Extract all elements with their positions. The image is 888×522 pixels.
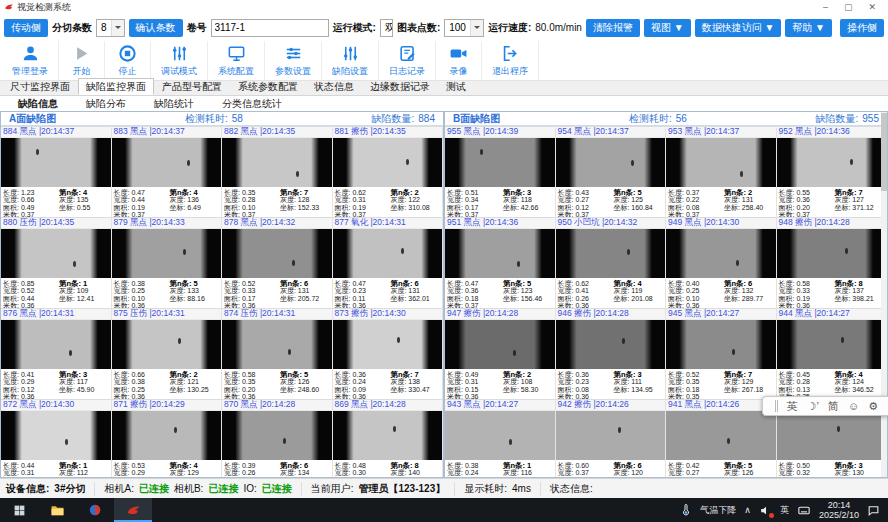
system-config-button[interactable]: 系统配置 [208,41,265,80]
defect-cell[interactable]: 870 黑点 |20:14:28长度: 0.39宽度: 0.26面积: 0.10… [222,399,333,478]
start-button[interactable]: 开始 [59,41,105,80]
defect-thumbnail[interactable] [666,138,776,187]
subtab-0[interactable]: 缺陷信息 [4,97,72,111]
defect-thumbnail[interactable] [333,138,443,187]
tab-0[interactable]: 尺寸监控界面 [2,78,78,95]
scrollbar-thumb[interactable] [881,113,887,191]
login-button[interactable]: 管理登录 [2,41,59,80]
vertical-scrollbar[interactable] [881,112,887,477]
tab-5[interactable]: 边缘数据记录 [362,78,438,95]
tab-2[interactable]: 产品型号配置 [154,78,230,95]
file-explorer-icon[interactable] [38,498,76,522]
slit-count-select[interactable]: 8 [96,19,125,37]
thermometer-icon[interactable] [680,504,692,516]
defect-cell[interactable]: 953 黑点 |20:14:37长度: 0.37宽度: 0.22面积: 0.08… [666,126,777,217]
defect-cell[interactable]: 876 黑点 |20:14:31长度: 0.41宽度: 0.29面积: 0.12… [1,308,112,399]
defect-cell[interactable]: 952 黑点 |20:14:36长度: 0.55宽度: 0.36面积: 0.20… [777,126,888,217]
ime-moon-icon[interactable]: ☽’ [807,400,819,413]
defect-settings-button[interactable]: 缺陷设置 [322,41,379,80]
defect-thumbnail[interactable] [556,138,666,187]
defect-cell[interactable]: 955 黑点 |20:14:39长度: 0.51宽度: 0.34面积: 0.17… [445,126,556,217]
data-access-menu-button[interactable]: 数据快捷访问 ▼ [695,19,782,37]
defect-thumbnail[interactable] [1,320,111,369]
defect-thumbnail[interactable] [777,320,887,369]
log-button[interactable]: 日志记录 [379,41,436,80]
defect-thumbnail[interactable] [333,229,443,278]
stop-button[interactable]: 停止 [105,41,151,80]
defect-thumbnail[interactable] [556,229,666,278]
defect-thumbnail[interactable] [112,320,222,369]
speaker-muted-icon[interactable] [759,504,772,517]
maximize-icon[interactable]: ▢ [844,0,853,14]
defect-thumbnail[interactable] [112,138,222,187]
input-language-indicator[interactable]: 英 [780,504,789,517]
defect-thumbnail[interactable] [777,138,887,187]
defect-thumbnail[interactable] [556,320,666,369]
subtab-1[interactable]: 缺陷分布 [72,97,140,111]
defect-cell[interactable]: 874 压伤 |20:14:31长度: 0.58宽度: 0.35面积: 0.20… [222,308,333,399]
subtab-2[interactable]: 缺陷统计 [140,97,208,111]
record-button[interactable]: 录像 [436,41,482,80]
defect-cell[interactable]: 880 压伤 |20:14:35长度: 0.85宽度: 0.52面积: 0.44… [1,217,112,308]
defect-cell[interactable]: 942 擦伤 |20:14:26长度: 0.60宽度: 0.37面积: 0.22… [556,399,667,478]
defect-cell[interactable]: 879 黑点 |20:14:33长度: 0.38宽度: 0.25面积: 0.10… [112,217,223,308]
defect-thumbnail[interactable] [222,229,332,278]
drive-side-button[interactable]: 传动侧 [4,19,48,37]
param-settings-button[interactable]: 参数设置 [265,41,322,80]
defect-thumbnail[interactable] [445,138,555,187]
taskbar-clock[interactable]: 20:14 2025/2/10 [819,500,859,520]
defect-cell[interactable]: 882 黑点 |20:14:35长度: 0.35宽度: 0.28面积: 0.10… [222,126,333,217]
defect-thumbnail[interactable] [666,229,776,278]
defect-thumbnail[interactable] [112,411,222,460]
defect-cell[interactable]: 949 黑点 |20:14:30长度: 0.40宽度: 0.25面积: 0.10… [666,217,777,308]
ime-drag-handle[interactable] [775,400,778,412]
subtab-3[interactable]: 分类信息统计 [208,97,296,111]
defect-cell[interactable]: 869 黑点 |20:14:28长度: 0.48宽度: 0.30面积: 0.14… [333,399,444,478]
defect-thumbnail[interactable] [222,320,332,369]
minimize-icon[interactable]: – [823,0,828,14]
defect-cell[interactable]: 950 小凹坑 |20:14:32长度: 0.62宽度: 0.41面积: 0.2… [556,217,667,308]
defect-cell[interactable]: 875 压伤 |20:14:31长度: 0.66宽度: 0.38面积: 0.25… [112,308,223,399]
defect-cell[interactable]: 884 黑点 |20:14:37长度: 1.23宽度: 0.66面积: 0.49… [1,126,112,217]
defect-thumbnail[interactable] [666,320,776,369]
defect-cell[interactable]: 951 黑点 |20:14:36长度: 0.47宽度: 0.36面积: 0.18… [445,217,556,308]
defect-thumbnail[interactable] [777,411,887,460]
defect-cell[interactable]: 941 黑点 |20:14:26长度: 0.42宽度: 0.27面积: 0.11… [666,399,777,478]
defect-thumbnail[interactable] [445,229,555,278]
defect-thumbnail[interactable] [333,411,443,460]
defect-thumbnail[interactable] [222,138,332,187]
exit-button[interactable]: 退出程序 [482,41,539,80]
defect-cell[interactable]: 947 擦伤 |20:14:28长度: 0.49宽度: 0.31面积: 0.15… [445,308,556,399]
tab-1[interactable]: 缺陷监控界面 [78,78,154,95]
defect-thumbnail[interactable] [1,229,111,278]
defect-cell[interactable]: 945 黑点 |20:14:27长度: 0.52宽度: 0.35面积: 0.18… [666,308,777,399]
defect-thumbnail[interactable] [556,411,666,460]
tray-expand-caret[interactable]: ∧ [744,505,751,515]
close-icon[interactable]: ✕ [868,0,876,14]
defect-thumbnail[interactable] [333,320,443,369]
start-menu-icon[interactable] [0,498,38,522]
chart-points-select[interactable]: 100 [444,19,484,37]
defect-thumbnail[interactable] [445,411,555,460]
defect-thumbnail[interactable] [777,229,887,278]
defect-cell[interactable]: 881 擦伤 |20:14:35长度: 0.62宽度: 0.31面积: 0.19… [333,126,444,217]
tab-4[interactable]: 状态信息 [306,78,362,95]
help-menu-button[interactable]: 帮助 ▼ [785,19,832,37]
defect-cell[interactable]: 946 擦伤 |20:14:28长度: 0.36宽度: 0.23面积: 0.08… [556,308,667,399]
weather-text[interactable]: 气温下降 [700,504,736,517]
defect-thumbnail[interactable] [1,138,111,187]
ime-simplified-toggle[interactable]: 简 [828,399,839,414]
tab-6[interactable]: 测试 [438,78,474,95]
clear-alarm-button[interactable]: 清除报警 [586,19,640,37]
confirm-count-button[interactable]: 确认条数 [129,19,183,37]
ime-settings-icon[interactable]: ⚙ [868,400,878,413]
ime-emoji-icon[interactable]: ☺ [848,400,859,412]
defect-thumbnail[interactable] [445,320,555,369]
pinned-app-icon[interactable] [76,498,114,522]
defect-thumbnail[interactable] [666,411,776,460]
debug-mode-button[interactable]: 调试模式 [151,41,208,80]
defect-cell[interactable]: 872 黑点 |20:14:30长度: 0.44宽度: 0.31面积: 0.14… [1,399,112,478]
defect-cell[interactable]: 944 黑点 |20:14:27长度: 0.45宽度: 0.28面积: 0.13… [777,308,888,399]
defect-cell[interactable]: 943 黑点 |20:14:27长度: 0.38宽度: 0.24面积: 0.09… [445,399,556,478]
defect-thumbnail[interactable] [222,411,332,460]
